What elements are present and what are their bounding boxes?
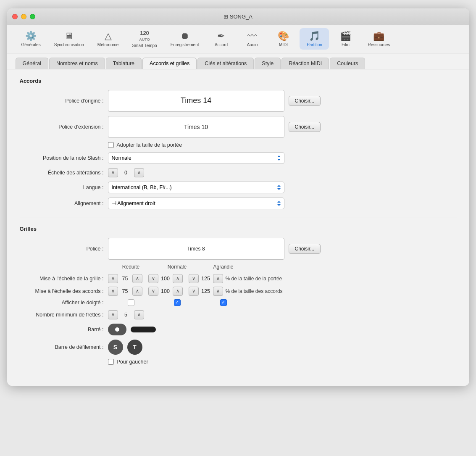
tab-reaction[interactable]: Réaction MIDI: [281, 58, 329, 69]
col-normale-label: Normale: [154, 264, 200, 270]
echelle-stepper: ∨ 0 ∧: [108, 168, 144, 177]
tabs-bar: Général Nombres et noms Tablature Accord…: [7, 53, 469, 69]
accords-reduite-value: 75: [119, 288, 131, 294]
adopt-checkbox[interactable]: [108, 142, 114, 148]
sync-icon: 🖥: [64, 31, 74, 42]
accords-agrandie-increment[interactable]: ∧: [213, 287, 223, 296]
toolbar-label-midi: MIDI: [279, 42, 288, 47]
toolbar-item-ressources[interactable]: 💼 Ressources: [362, 28, 396, 50]
grille-reduite-value: 75: [119, 276, 131, 282]
grille-normale-increment[interactable]: ∧: [173, 274, 183, 283]
grille-agrandie-stepper: ∨ 125 ∧: [189, 274, 223, 283]
grilles-col-headers: Réduite Normale Agrandie: [20, 264, 457, 270]
tab-style[interactable]: Style: [255, 58, 281, 69]
grille-normale-decrement[interactable]: ∨: [148, 274, 158, 283]
frettes-decrement-button[interactable]: ∨: [108, 310, 118, 319]
grilles-police-display: Times 8: [108, 238, 284, 260]
police-extension-row: Police d'extension : Times 10 Choisir...: [20, 116, 457, 138]
tab-nombres[interactable]: Nombres et noms: [49, 58, 105, 69]
afficher-reduite-checkbox[interactable]: [128, 299, 134, 306]
close-button[interactable]: [12, 14, 18, 19]
echelle-row: Échelle des altérations : ∨ 0 ∧: [20, 168, 457, 177]
toolbar-item-partition[interactable]: 🎵 Partition: [300, 28, 329, 50]
toolbar-item-generales[interactable]: ⚙️ Générales: [16, 28, 47, 50]
tab-accords[interactable]: Accords et grilles: [142, 58, 197, 69]
toolbar-item-audio[interactable]: 〰 Audio: [237, 28, 267, 50]
gaucher-label: Pour gaucher: [117, 359, 148, 365]
grilles-section: Grilles Police : Times 8 Choisir... Rédu…: [20, 226, 457, 365]
minimize-button[interactable]: [21, 14, 26, 19]
toolbar-label-partition: Partition: [307, 42, 322, 47]
toolbar-item-metronome[interactable]: △ Métronome: [92, 28, 125, 50]
scroll-row: Barre de défilement : S T: [20, 340, 457, 355]
echelle-increment-button[interactable]: ∧: [134, 168, 144, 177]
alignement-label: Alignement :: [20, 200, 108, 206]
accords-reduite-increment[interactable]: ∧: [132, 287, 142, 296]
afficher-normale-checkbox[interactable]: ✓: [174, 299, 181, 306]
tab-cles[interactable]: Clés et altérations: [197, 58, 254, 69]
grille-reduite-decrement[interactable]: ∨: [108, 274, 118, 283]
accords-reduite-decrement[interactable]: ∨: [108, 287, 118, 296]
toolbar-item-smarttempo[interactable]: 120AUTO Smart Tempo: [126, 28, 163, 50]
scroll-t-button[interactable]: T: [127, 340, 142, 355]
adopt-label: Adopter la taille de la portée: [117, 142, 182, 148]
barre-curved-symbol[interactable]: [108, 324, 126, 335]
police-extension-display: Times 10: [108, 116, 284, 138]
toolbar-label-audio: Audio: [247, 42, 258, 47]
toolbar-item-midi[interactable]: 🎨 MIDI: [268, 28, 298, 50]
accords-agrandie-value: 125: [200, 288, 212, 294]
barre-label: Barré :: [20, 327, 108, 332]
tab-couleurs[interactable]: Couleurs: [330, 58, 365, 69]
nombre-frettes-label: Nombre minimum de frettes :: [20, 312, 108, 318]
grille-reduite-increment[interactable]: ∧: [132, 274, 142, 283]
scroll-s-button[interactable]: S: [108, 340, 123, 355]
alignement-select[interactable]: ⊣ Alignement droit: [108, 198, 284, 209]
toolbar-item-synchronisation[interactable]: 🖥 Synchronisation: [48, 28, 90, 50]
col-agrandie-label: Agrandie: [200, 264, 247, 270]
gaucher-row: Pour gaucher: [108, 359, 457, 365]
accords-normale-decrement[interactable]: ∨: [148, 287, 158, 296]
position-row: Position de la note Slash : Normale: [20, 152, 457, 164]
toolbar-label-ressources: Ressources: [368, 42, 390, 47]
toolbar-item-film[interactable]: 🎬 Film: [331, 28, 360, 50]
toolbar-label-generales: Générales: [21, 42, 41, 47]
accords-normale-increment[interactable]: ∧: [173, 287, 183, 296]
langue-select[interactable]: International (B, Bb, F#...): [108, 182, 284, 193]
police-origine-row: Police d'origine : Times 14 Choisir...: [20, 90, 457, 112]
toolbar: ⚙️ Générales 🖥 Synchronisation △ Métrono…: [7, 25, 469, 53]
accords-normale-value: 100: [160, 288, 171, 294]
police-extension-choose-button[interactable]: Choisir...: [289, 122, 321, 132]
partition-icon: 🎵: [309, 31, 320, 42]
toolbar-item-accord[interactable]: ✒ Accord: [206, 28, 236, 50]
gaucher-checkbox[interactable]: [108, 359, 114, 365]
afficher-normale-cell: ✓: [154, 299, 200, 306]
barre-line-symbol[interactable]: [131, 327, 156, 332]
content-area: Accords Police d'origine : Times 14 Choi…: [7, 69, 469, 386]
position-label: Position de la note Slash :: [20, 155, 108, 161]
accords-agrandie-decrement[interactable]: ∨: [189, 287, 199, 296]
maximize-button[interactable]: [30, 14, 35, 19]
barre-row: Barré :: [20, 324, 457, 335]
tab-general[interactable]: Général: [16, 58, 48, 69]
tab-tablature[interactable]: Tablature: [106, 58, 142, 69]
alignement-row: Alignement : ⊣ Alignement droit: [20, 198, 457, 209]
police-origine-choose-button[interactable]: Choisir...: [289, 96, 321, 106]
echelle-decrement-button[interactable]: ∨: [108, 168, 118, 177]
position-select[interactable]: Normale: [108, 152, 284, 164]
toolbar-item-enregistrement[interactable]: ⏺ Enregistrement: [165, 28, 205, 50]
main-window: ⊞ SONG_A ⚙️ Générales 🖥 Synchronisation …: [7, 8, 469, 386]
scroll-label: Barre de défilement :: [20, 344, 108, 350]
grille-agrandie-decrement[interactable]: ∨: [189, 274, 199, 283]
section-divider: [20, 218, 457, 218]
grilles-police-choose-button[interactable]: Choisir...: [289, 244, 321, 254]
window-title: ⊞ SONG_A: [224, 13, 252, 20]
mise-accords-row: Mise à l'échelle des accords : ∨ 75 ∧ ∨ …: [20, 287, 457, 296]
grille-normale-value: 100: [160, 276, 171, 282]
grille-agrandie-increment[interactable]: ∧: [213, 274, 223, 283]
echelle-label: Échelle des altérations :: [20, 170, 108, 176]
mise-grille-label: Mise à l'échelle de la grille :: [20, 276, 108, 282]
frettes-increment-button[interactable]: ∧: [134, 310, 144, 319]
afficher-agrandie-checkbox[interactable]: ✓: [220, 299, 227, 306]
toolbar-label-synchronisation: Synchronisation: [54, 42, 84, 47]
adopt-checkbox-row: Adopter la taille de la portée: [108, 142, 457, 148]
